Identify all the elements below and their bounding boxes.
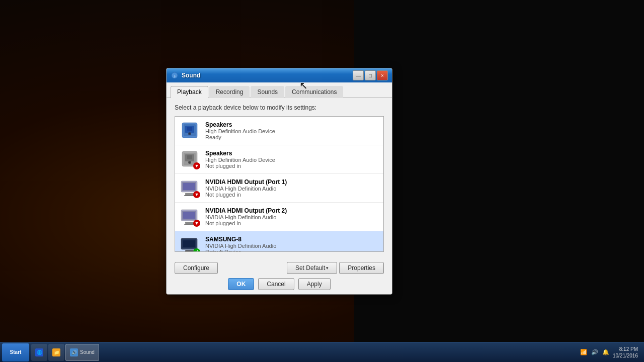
svg-point-12: [189, 162, 191, 163]
svg-text:♪: ♪: [174, 73, 176, 78]
maximize-button[interactable]: □: [365, 70, 376, 80]
device-item-hdmi-2[interactable]: ▼ NVIDIA HDMI Output (Port 2) NVIDIA Hig…: [175, 203, 383, 231]
device-list[interactable]: Speakers High Definition Audio Device Re…: [175, 116, 384, 252]
svg-rect-13: [187, 155, 192, 159]
device-info-speakers-unplugged: Speakers High Definition Audio Device No…: [205, 150, 378, 169]
title-bar-text: Sound: [182, 72, 353, 79]
tab-communications[interactable]: Communications: [285, 86, 343, 98]
taskbar: Start 🌐 📁 🔊 Sound 📶 🔊 🔔 8:12 PM 10/21/20…: [0, 342, 644, 362]
device-info-hdmi-2: NVIDIA HDMI Output (Port 2) NVIDIA High …: [205, 207, 378, 226]
status-badge-green: ✓: [193, 248, 200, 252]
device-item-hdmi-1[interactable]: ▼ NVIDIA HDMI Output (Port 1) NVIDIA Hig…: [175, 174, 383, 203]
tray-network-icon: 📶: [580, 348, 588, 356]
taskbar-item-sound[interactable]: 🔊 Sound: [65, 344, 99, 361]
tray-notification-icon: 🔔: [602, 348, 610, 356]
bottom-row2: OK Cancel Apply: [175, 278, 384, 290]
device-icon-speakers-ready: [180, 121, 200, 141]
apply-button[interactable]: Apply: [298, 278, 331, 290]
bottom-row1: Configure Set Default ▾ Properties: [175, 262, 384, 274]
svg-rect-7: [187, 127, 192, 131]
status-badge-red-2: ▼: [193, 191, 200, 198]
tab-bar: Playback Recording Sounds Communications: [167, 82, 392, 98]
instruction-text: Select a playback device below to modify…: [175, 104, 384, 111]
tab-sounds[interactable]: Sounds: [251, 86, 284, 98]
explorer-icon: 📁: [52, 348, 60, 356]
device-item-speakers-unplugged[interactable]: ▼ Speakers High Definition Audio Device …: [175, 145, 383, 174]
svg-point-6: [189, 133, 191, 135]
dialog-bottom: Configure Set Default ▾ Properties OK Ca…: [167, 258, 392, 294]
svg-rect-16: [183, 183, 195, 190]
svg-rect-21: [183, 212, 195, 219]
close-button[interactable]: ×: [377, 70, 388, 80]
device-info-hdmi-1: NVIDIA HDMI Output (Port 1) NVIDIA High …: [205, 178, 378, 198]
sound-title-icon: ♪: [171, 71, 179, 79]
set-default-button[interactable]: Set Default ▾: [287, 262, 337, 274]
device-item-samsung[interactable]: ✓ SAMSUNG-8 NVIDIA High Definition Audio…: [175, 231, 383, 252]
right-buttons: Set Default ▾ Properties: [287, 262, 384, 274]
ie-icon: 🌐: [35, 348, 43, 356]
device-info-samsung: SAMSUNG-8 NVIDIA High Definition Audio D…: [205, 236, 378, 252]
tray-volume-icon: 🔊: [591, 348, 599, 356]
title-bar-buttons: — □ ×: [353, 70, 388, 80]
chevron-down-icon: ▾: [326, 265, 329, 270]
sound-dialog: ♪ Sound — □ × Playback Recording Sounds …: [166, 68, 392, 295]
sound-icon: 🔊: [70, 348, 78, 356]
start-button[interactable]: Start: [2, 343, 29, 361]
taskbar-tray: 📶 🔊 🔔 8:12 PM 10/21/2016: [576, 346, 642, 359]
status-badge-red-1: ▼: [193, 162, 200, 169]
ok-button[interactable]: OK: [228, 278, 254, 290]
svg-rect-26: [183, 240, 195, 247]
device-icon-speakers-unplugged: ▼: [180, 149, 200, 169]
background-right: [354, 0, 644, 362]
device-item-speakers-ready[interactable]: Speakers High Definition Audio Device Re…: [175, 117, 383, 145]
device-icon-hdmi-2: ▼: [180, 207, 200, 227]
device-icon-hdmi-1: ▼: [180, 178, 200, 198]
device-info-speakers-ready: Speakers High Definition Audio Device Re…: [205, 121, 378, 140]
cancel-button[interactable]: Cancel: [258, 278, 294, 290]
tab-playback[interactable]: Playback: [171, 86, 208, 98]
device-icon-samsung: ✓: [180, 235, 200, 252]
taskbar-items: 🌐 📁 🔊 Sound: [31, 344, 576, 361]
status-badge-red-3: ▼: [193, 220, 200, 227]
dialog-content: Select a playback device below to modify…: [167, 98, 392, 258]
tray-clock: 8:12 PM 10/21/2016: [613, 346, 638, 359]
configure-button[interactable]: Configure: [175, 262, 218, 274]
properties-button[interactable]: Properties: [339, 262, 384, 274]
taskbar-item-explorer[interactable]: 📁: [48, 344, 64, 361]
taskbar-item-ie[interactable]: 🌐: [31, 344, 47, 361]
title-bar[interactable]: ♪ Sound — □ ×: [167, 68, 392, 82]
tab-recording[interactable]: Recording: [209, 86, 250, 98]
minimize-button[interactable]: —: [353, 70, 364, 80]
